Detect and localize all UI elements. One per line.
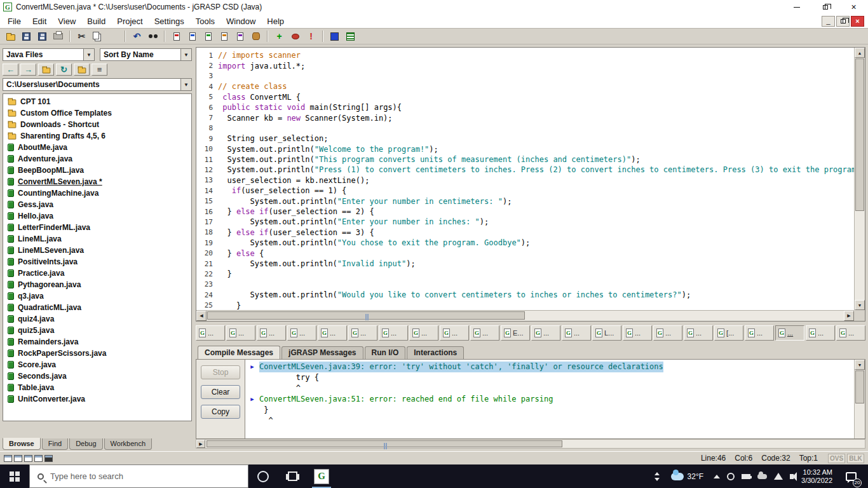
tree-file-item[interactable]: Remainders.java <box>3 336 191 348</box>
split-handle-icon[interactable] <box>384 443 387 449</box>
tree-file-item[interactable]: Seconds.java <box>3 370 191 382</box>
task-view-button[interactable] <box>278 464 307 488</box>
message-line[interactable]: try { <box>245 372 854 383</box>
open-file-button[interactable]: G... <box>379 325 408 341</box>
tree-file-item[interactable]: RockPaperScissors.java <box>3 348 191 359</box>
tree-file-item[interactable]: PositiveInts.java <box>3 256 191 268</box>
message-line[interactable]: ^ <box>245 416 854 426</box>
network-icon[interactable] <box>774 473 783 480</box>
open-file-button[interactable]: G... <box>287 325 316 341</box>
print-icon[interactable] <box>51 30 65 43</box>
forward-button[interactable]: → <box>20 64 36 76</box>
up-folder-button[interactable] <box>38 64 54 76</box>
break-icon[interactable] <box>327 30 342 43</box>
open-file-button[interactable]: G... <box>409 325 438 341</box>
paste-icon[interactable] <box>106 30 121 43</box>
mdi-restore-button[interactable] <box>836 16 850 27</box>
open-file-button[interactable]: G... <box>623 325 652 341</box>
tree-file-item[interactable]: Table.java <box>3 382 191 393</box>
line-numbers-icon[interactable] <box>201 30 215 43</box>
chevron-down-icon[interactable]: ▼ <box>180 49 191 60</box>
message-vertical-scrollbar[interactable]: ▲ ▼ <box>854 360 865 438</box>
menu-edit[interactable]: Edit <box>27 17 52 26</box>
minimize-button[interactable] <box>782 0 811 14</box>
menu-settings[interactable]: Settings <box>149 17 190 26</box>
tab-interactions[interactable]: Interactions <box>407 346 464 359</box>
tree-folder-item[interactable]: Custom Office Templates <box>3 107 191 119</box>
restore-button[interactable] <box>811 0 839 14</box>
scrollbar-thumb[interactable] <box>207 311 525 320</box>
csd-remove-icon[interactable] <box>185 30 200 43</box>
scrollbar-thumb[interactable] <box>207 440 562 447</box>
split-handle-icon[interactable] <box>365 314 369 320</box>
open-file-button[interactable]: G... <box>836 325 865 341</box>
save-as-icon[interactable] <box>35 30 50 43</box>
tree-file-item[interactable]: quiz4.java <box>3 313 191 325</box>
path-combo[interactable]: C:\Users\user\Documents ▼ <box>3 78 192 91</box>
tree-file-item[interactable]: Pythagorean.java <box>3 279 191 290</box>
sort-combo[interactable]: Sort By Name ▼ <box>100 48 192 61</box>
open-file-button[interactable]: GE... <box>501 325 530 341</box>
menu-build[interactable]: Build <box>81 17 111 26</box>
tree-file-item[interactable]: LineML.java <box>3 233 191 245</box>
tree-folder-item[interactable]: CPT 101 <box>3 96 191 107</box>
tree-file-item[interactable]: Practice.java <box>3 268 191 279</box>
message-view[interactable]: ▶ConvertMLSeven.java:39: error: 'try' wi… <box>245 360 865 438</box>
open-file-button[interactable]: G... <box>531 325 560 341</box>
tree-folder-item[interactable]: Sharenting Drafts 4,5, 6 <box>3 130 191 142</box>
tab-run-i-o[interactable]: Run I/O <box>365 346 406 359</box>
scroll-down-icon[interactable]: ▼ <box>855 300 865 310</box>
cortana-button[interactable] <box>248 464 278 488</box>
overstrike-toggle[interactable]: OVS <box>828 454 845 463</box>
tree-file-item[interactable]: Hello.java <box>3 210 191 222</box>
console-icon[interactable] <box>44 455 53 462</box>
scroll-down-icon[interactable]: ▼ <box>855 360 865 370</box>
cut-icon[interactable]: ✂ <box>74 30 89 43</box>
list-view-button[interactable]: ≡ <box>92 64 107 76</box>
tree-file-item[interactable]: q3.java <box>3 290 191 302</box>
search-input[interactable] <box>50 471 222 481</box>
scrollbar-thumb[interactable] <box>855 370 864 403</box>
scrollbar-thumb[interactable] <box>855 58 864 211</box>
sidebar-tab-debug[interactable]: Debug <box>69 438 102 450</box>
open-file-icon[interactable] <box>3 30 18 43</box>
battery-icon[interactable] <box>742 474 750 479</box>
tree-file-item[interactable]: quiz5.java <box>3 325 191 336</box>
code-editor[interactable]: 1// imports scanner2import java.util.*;3… <box>196 47 865 322</box>
tray-person-icon[interactable] <box>727 473 735 480</box>
stop-button[interactable]: Stop <box>201 365 240 379</box>
workbench-icon[interactable] <box>343 30 358 43</box>
message-line[interactable]: ▶ConvertMLSeven.java:39: error: 'try' wi… <box>245 362 854 372</box>
tree-file-item[interactable]: CountingMachine.java <box>3 187 191 199</box>
layout-icon[interactable] <box>24 455 32 462</box>
layout-icon[interactable] <box>34 455 43 462</box>
editor-vertical-scrollbar[interactable]: ▲ ▼ <box>854 48 865 310</box>
message-horizontal-scrollbar[interactable]: ◀ ▶ <box>196 439 865 449</box>
menu-file[interactable]: File <box>2 17 27 26</box>
tree-file-item[interactable]: Score.java <box>3 359 191 370</box>
layout-icon[interactable] <box>14 455 22 462</box>
save-icon[interactable] <box>19 30 34 43</box>
editor-horizontal-scrollbar[interactable]: ◀ ▶ <box>196 310 854 321</box>
scroll-right-icon[interactable]: ▶ <box>844 311 854 321</box>
scroll-left-icon[interactable]: ◀ <box>196 311 207 321</box>
tree-file-item[interactable]: UnitConverter.java <box>3 393 191 405</box>
debug-bug-icon[interactable] <box>288 30 302 43</box>
back-button[interactable]: ← <box>3 64 18 76</box>
open-file-button[interactable]: G... <box>562 325 591 341</box>
chevron-down-icon[interactable]: ▼ <box>83 49 94 60</box>
open-file-button[interactable]: G... <box>806 325 835 341</box>
open-file-button[interactable]: G... <box>775 325 804 341</box>
open-file-button[interactable]: G... <box>257 325 286 341</box>
taskbar-search[interactable] <box>29 464 248 488</box>
action-center-button[interactable]: 20 <box>841 467 860 486</box>
menu-help[interactable]: Help <box>261 17 290 26</box>
tree-file-item[interactable]: LetterFinderML.java <box>3 222 191 233</box>
mdi-minimize-button[interactable]: _ <box>822 16 835 27</box>
start-button[interactable] <box>0 464 29 488</box>
tab-jgrasp-messages[interactable]: jGRASP Messages <box>281 346 363 359</box>
tab-compile-messages[interactable]: Compile Messages <box>198 346 280 359</box>
taskbar-scroll-chevrons[interactable] <box>652 472 662 481</box>
goto-folder-button[interactable] <box>74 64 90 76</box>
message-line[interactable]: ▶ConvertMLSeven.java:51: error: reached … <box>245 394 854 405</box>
